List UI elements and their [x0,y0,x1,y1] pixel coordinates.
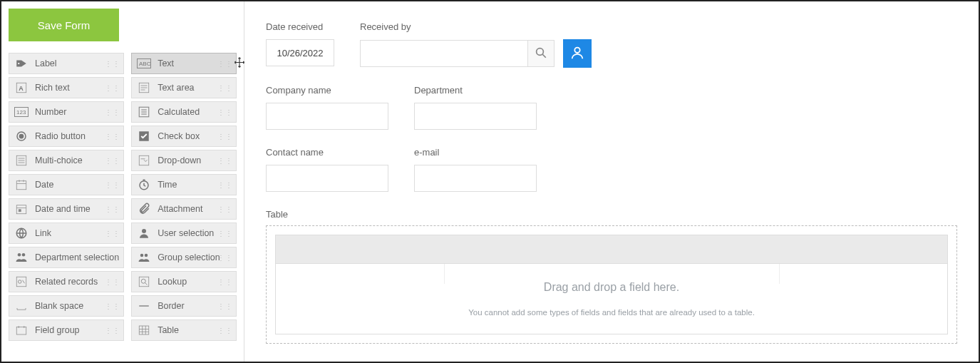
palette-item-blank-space[interactable]: Blank space [9,295,124,317]
drag-handle-icon [217,254,233,262]
drag-handle-icon [217,327,233,334]
svg-point-40 [19,280,22,284]
related-records-icon [14,274,29,290]
drag-handle-icon [105,133,120,140]
palette-item-field-group[interactable]: Field group [9,319,124,341]
palette-item-label[interactable]: Label [9,53,124,74]
form-row: Company name Department [266,85,957,130]
palette-item-label: Border [158,301,185,311]
radio-button-icon [14,128,29,144]
field-label: Company name [266,85,388,96]
palette-item-user-selection[interactable]: User selection [131,223,237,244]
palette-item-label: Rich text [35,83,70,93]
palette-item-label: User selection [158,228,214,238]
received-by-input[interactable] [360,40,527,67]
border-icon [136,298,152,314]
field-palette: LabelABCTextARich textText area123Number… [9,53,237,341]
received-by-search [360,39,592,68]
drag-handle-icon [217,278,233,286]
svg-point-34 [142,229,146,233]
attachment-icon [136,201,152,217]
drag-handle-icon [105,181,120,189]
svg-rect-48 [139,326,149,334]
palette-item-label: Blank space [35,301,83,311]
palette-item-table[interactable]: Table [131,319,237,341]
palette-item-time[interactable]: Time [131,174,237,195]
checkbox-icon [136,128,152,144]
palette-item-text-area[interactable]: Text area [131,77,237,98]
department-selection-icon [14,250,29,265]
palette-item-related-records[interactable]: Related records [9,271,124,292]
palette-item-label: Text [158,58,174,68]
user-select-button[interactable] [563,39,592,68]
drag-handle-icon [217,302,233,310]
palette-item-group-selection[interactable]: Group selection [131,247,237,268]
palette-item-label: Date [35,180,53,190]
palette-item-label: Calculated [158,107,200,117]
field-label: Received by [360,21,592,32]
palette-item-check-box[interactable]: Check box [131,126,237,147]
form-canvas: Date received Received by [244,1,979,362]
date-icon [14,177,29,193]
drag-handle-icon [217,230,233,237]
palette-item-label: Link [35,228,51,238]
rich-text-icon: A [14,80,29,96]
calculated-icon [136,104,152,120]
palette-item-date[interactable]: Date [9,174,124,195]
email-field: e-mail [414,147,537,192]
palette-item-lookup[interactable]: Lookup [131,271,237,292]
palette-item-attachment[interactable]: Attachment [131,198,237,220]
drag-handle-icon [105,327,120,334]
palette-item-label: Table [158,325,179,335]
user-selection-icon [136,225,152,241]
svg-text:123: 123 [16,109,26,116]
palette-item-department-selection[interactable]: Department selection [9,247,124,268]
palette-item-link[interactable]: Link [9,223,124,244]
svg-line-43 [145,283,148,285]
palette-item-label: Time [158,180,177,190]
drag-handle-icon [105,60,120,68]
palette-item-radio-button[interactable]: Radio button [9,126,124,147]
palette-item-date-and-time[interactable]: Date and time [9,198,124,220]
text-area-icon [136,80,152,96]
palette-item-rich-text[interactable]: ARich text [9,77,124,98]
palette-item-label: Drop-down [158,155,201,165]
drag-handle-icon [105,108,120,116]
company-name-input[interactable] [266,103,388,130]
svg-rect-41 [139,277,149,287]
form-row: Date received Received by [266,21,957,68]
svg-point-38 [145,254,148,257]
svg-rect-32 [19,210,21,212]
email-input[interactable] [414,165,537,192]
contact-name-input[interactable] [266,165,388,192]
save-form-button[interactable]: Save Form [9,9,119,41]
palette-item-label: Number [35,107,66,117]
palette-item-number[interactable]: 123Number [9,101,124,123]
received-by-field: Received by [360,21,592,68]
department-input[interactable] [414,103,537,130]
palette-item-label: Multi-choice [35,155,83,165]
drag-handle-icon [105,205,120,213]
palette-item-label: Field group [35,325,80,335]
palette-item-calculated[interactable]: Calculated [131,101,237,123]
drag-handle-icon [217,133,233,140]
time-icon [136,177,152,193]
field-label: Date received [266,21,334,32]
drag-handle-icon [105,302,120,310]
svg-line-54 [542,54,546,58]
company-name-field: Company name [266,85,388,130]
drag-handle-icon [105,254,120,262]
drag-handle-icon [217,108,233,116]
date-received-input[interactable] [266,39,334,66]
field-group-icon [14,322,29,338]
dropdown-icon [136,153,152,168]
table-dropzone[interactable]: Drag and drop a field here. You cannot a… [266,225,957,344]
multi-choice-icon [14,153,29,168]
received-by-search-button[interactable] [527,40,555,67]
palette-item-drop-down[interactable]: Drop-down [131,150,237,171]
svg-point-36 [22,253,26,257]
drag-handle-icon [105,84,120,92]
palette-item-border[interactable]: Border [131,295,237,317]
palette-item-text[interactable]: ABCText [131,53,237,74]
palette-item-multi-choice[interactable]: Multi-choice [9,150,124,171]
